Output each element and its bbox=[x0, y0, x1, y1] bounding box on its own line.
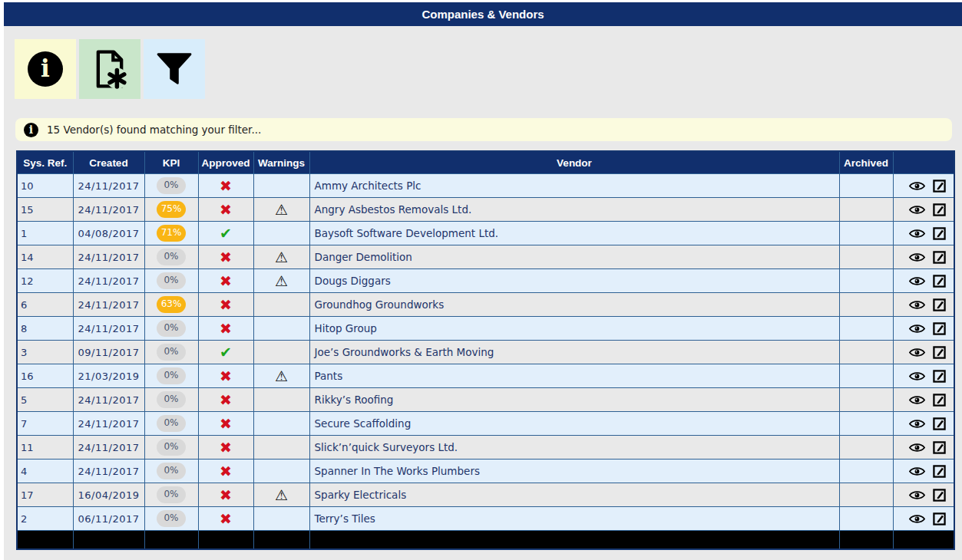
edit-icon[interactable] bbox=[933, 298, 946, 311]
new-vendor-button[interactable] bbox=[79, 39, 140, 99]
vendor-cell: Pants bbox=[309, 364, 839, 388]
vendor-cell: Sparky Electricals bbox=[309, 483, 839, 507]
kpi-cell: 0% bbox=[144, 364, 198, 388]
kpi-cell: 0% bbox=[144, 174, 198, 198]
edit-icon[interactable] bbox=[933, 417, 946, 430]
kpi-cell: 0% bbox=[144, 317, 198, 341]
approved-cell: ✖ bbox=[198, 483, 253, 507]
edit-icon[interactable] bbox=[933, 180, 946, 193]
sys-ref-cell: 8 bbox=[17, 317, 73, 341]
approved-icon: ✖ bbox=[220, 249, 232, 265]
kpi-cell: 0% bbox=[144, 460, 198, 483]
kpi-badge: 0% bbox=[157, 486, 186, 502]
vendor-cell: Slick’n’quick Surveyors Ltd. bbox=[309, 436, 839, 460]
kpi-badge: 0% bbox=[157, 249, 186, 265]
warnings-cell bbox=[253, 388, 309, 412]
table-row: 10 24/11/2017 0% ✖ Ammy Architects Plc bbox=[17, 174, 954, 198]
sys-ref-cell: 14 bbox=[17, 245, 73, 269]
info-button[interactable]: i bbox=[15, 39, 76, 99]
sys-ref-cell: 15 bbox=[17, 198, 73, 222]
actions-cell bbox=[893, 198, 954, 222]
vendor-cell: Baysoft Software Development Ltd. bbox=[309, 222, 839, 245]
edit-icon[interactable] bbox=[933, 512, 946, 525]
kpi-badge: 71% bbox=[157, 225, 187, 241]
view-icon[interactable] bbox=[909, 276, 925, 286]
edit-icon[interactable] bbox=[933, 322, 946, 335]
edit-icon[interactable] bbox=[933, 465, 946, 478]
sys-ref-cell: 17 bbox=[17, 483, 73, 507]
kpi-badge: 63% bbox=[157, 296, 187, 312]
warning-icon: ⚠ bbox=[275, 367, 288, 384]
edit-icon[interactable] bbox=[933, 251, 946, 264]
table-row: 5 24/11/2017 0% ✖ Rikky’s Roofing bbox=[17, 388, 954, 412]
warning-icon: ⚠ bbox=[275, 249, 288, 265]
edit-icon[interactable] bbox=[933, 275, 946, 288]
view-icon[interactable] bbox=[909, 324, 925, 334]
edit-icon[interactable] bbox=[933, 489, 946, 502]
kpi-cell: 0% bbox=[144, 341, 198, 364]
kpi-cell: 71% bbox=[144, 222, 198, 245]
approved-icon: ✖ bbox=[220, 486, 232, 503]
view-icon[interactable] bbox=[909, 181, 925, 191]
actions-cell bbox=[893, 388, 954, 412]
approved-cell: ✖ bbox=[198, 388, 253, 412]
actions-cell bbox=[893, 293, 954, 317]
vendor-cell: Secure Scaffolding bbox=[309, 412, 839, 436]
warnings-cell: ⚠ bbox=[253, 269, 309, 293]
approved-cell: ✖ bbox=[198, 174, 253, 198]
created-cell: 24/11/2017 bbox=[73, 412, 144, 436]
edit-icon[interactable] bbox=[933, 346, 946, 359]
approved-cell: ✖ bbox=[198, 293, 253, 317]
view-icon[interactable] bbox=[909, 300, 925, 310]
view-icon[interactable] bbox=[909, 252, 925, 262]
sys-ref-cell: 5 bbox=[17, 388, 73, 412]
sys-ref-cell: 2 bbox=[17, 507, 73, 531]
view-icon[interactable] bbox=[909, 348, 925, 357]
warning-icon: ⚠ bbox=[275, 201, 288, 218]
edit-icon[interactable] bbox=[933, 370, 946, 383]
col-header-sys-ref: Sys. Ref. bbox=[17, 151, 73, 174]
page-title: Companies & Vendors bbox=[4, 2, 962, 26]
view-icon[interactable] bbox=[909, 490, 925, 500]
edit-icon[interactable] bbox=[933, 203, 946, 216]
created-cell: 24/11/2017 bbox=[73, 293, 144, 317]
actions-cell bbox=[893, 507, 954, 531]
actions-cell bbox=[893, 245, 954, 269]
col-header-approved: Approved bbox=[198, 151, 253, 174]
archived-cell bbox=[839, 412, 893, 436]
actions-cell bbox=[893, 364, 954, 388]
approved-icon: ✖ bbox=[220, 439, 232, 456]
view-icon[interactable] bbox=[909, 229, 925, 239]
approved-cell: ✖ bbox=[198, 460, 253, 483]
view-icon[interactable] bbox=[909, 205, 925, 215]
view-icon[interactable] bbox=[909, 466, 925, 476]
edit-icon[interactable] bbox=[933, 227, 946, 240]
view-icon[interactable] bbox=[909, 514, 925, 524]
toolbar: i bbox=[15, 39, 205, 99]
vendor-cell: Danger Demolition bbox=[309, 245, 839, 269]
view-icon[interactable] bbox=[909, 419, 925, 429]
sys-ref-cell: 4 bbox=[17, 460, 73, 483]
edit-icon[interactable] bbox=[933, 441, 946, 454]
archived-cell bbox=[839, 460, 893, 483]
approved-cell: ✖ bbox=[198, 245, 253, 269]
table-row: 15 24/11/2017 75% ✖ ⚠ Angry Asbestos Rem… bbox=[17, 198, 954, 222]
created-cell: 24/11/2017 bbox=[73, 174, 144, 198]
warnings-cell bbox=[253, 460, 309, 483]
filter-button[interactable] bbox=[144, 39, 205, 99]
view-icon[interactable] bbox=[909, 395, 925, 405]
approved-icon: ✖ bbox=[220, 177, 232, 194]
view-icon[interactable] bbox=[909, 371, 925, 381]
table-row: 11 24/11/2017 0% ✖ Slick’n’quick Surveyo… bbox=[17, 436, 954, 460]
warnings-cell bbox=[253, 293, 309, 317]
view-icon[interactable] bbox=[909, 443, 925, 453]
col-header-archived: Archived bbox=[839, 151, 893, 174]
table-row: 4 24/11/2017 0% ✖ Spanner In The Works P… bbox=[17, 460, 954, 483]
filter-result-banner: i 15 Vendor(s) found matching your filte… bbox=[15, 118, 952, 141]
kpi-cell: 0% bbox=[144, 507, 198, 531]
kpi-cell: 0% bbox=[144, 412, 198, 436]
edit-icon[interactable] bbox=[933, 394, 946, 407]
actions-cell bbox=[893, 460, 954, 483]
kpi-badge: 0% bbox=[157, 391, 186, 407]
approved-cell: ✖ bbox=[198, 198, 253, 222]
